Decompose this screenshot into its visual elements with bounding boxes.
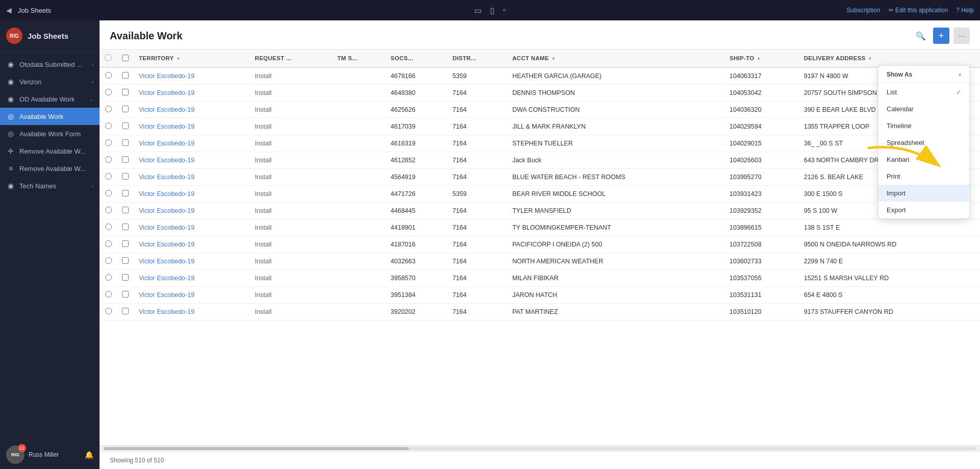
row-checkbox[interactable] [117, 186, 134, 203]
ship-to-cell: 103931423 [724, 186, 799, 203]
row-checkbox[interactable] [117, 219, 134, 236]
sidebar-item-available-work[interactable]: ◎ Available Work [0, 108, 100, 125]
subscription-link[interactable]: Subscription [847, 7, 880, 14]
row-radio[interactable] [100, 203, 117, 219]
sidebar-item-label: Tech Names [19, 182, 92, 190]
sidebar-item-remove-available-w1[interactable]: ✛ Remove Available W... [0, 142, 100, 160]
checkbox-col-header[interactable] [117, 50, 134, 67]
dropdown-item-label: Spreadsheet [887, 139, 924, 146]
dropdown-item-calendar[interactable]: Calendar [878, 101, 969, 117]
row-radio[interactable] [100, 287, 117, 304]
ship-to-cell: 103929352 [724, 203, 799, 219]
row-radio[interactable] [100, 135, 117, 152]
row-radio[interactable] [100, 219, 117, 236]
socs-cell: 4564919 [385, 169, 447, 186]
territory-cell[interactable]: Victor Escobedo-19 [134, 169, 250, 186]
distr-col-header: DISTR... [447, 50, 507, 67]
dropdown-item-timeline[interactable]: Timeline [878, 117, 969, 134]
territory-cell[interactable]: Victor Escobedo-19 [134, 236, 250, 253]
dropdown-item-label: Export [887, 206, 906, 214]
row-checkbox[interactable] [117, 85, 134, 102]
row-checkbox[interactable] [117, 270, 134, 287]
back-button[interactable]: ◀ [6, 6, 12, 14]
row-radio[interactable] [100, 270, 117, 287]
territory-cell[interactable]: Victor Escobedo-19 [134, 270, 250, 287]
request-type-cell: Install [250, 186, 332, 203]
distr-cell: 7164 [447, 304, 507, 320]
row-checkbox[interactable] [117, 169, 134, 186]
dropdown-item-export[interactable]: Export [878, 202, 969, 218]
request-type-col-header: REQUEST ... [250, 50, 332, 67]
sidebar-item-remove-available-w2[interactable]: ≡ Remove Available W... [0, 160, 100, 177]
row-checkbox[interactable] [117, 304, 134, 320]
table-row: Victor Escobedo-19 Install 4678166 5359 … [100, 67, 980, 85]
more-options-button[interactable]: ··· [953, 28, 970, 44]
territory-cell[interactable]: Victor Escobedo-19 [134, 287, 250, 304]
delivery-address-cell: 9500 N ONEIDA NARROWS RD [799, 236, 980, 253]
mobile-icon[interactable]: ▫ [503, 6, 506, 15]
chevron-icon: › [92, 183, 93, 189]
tms-cell [332, 236, 385, 253]
bell-icon[interactable]: 🔔 [85, 451, 93, 459]
territory-cell[interactable]: Victor Escobedo-19 [134, 118, 250, 135]
row-radio[interactable] [100, 118, 117, 135]
territory-cell[interactable]: Victor Escobedo-19 [134, 102, 250, 118]
ship-to-cell: 104053042 [724, 85, 799, 102]
search-button[interactable]: 🔍 [913, 28, 929, 44]
territory-cell[interactable]: Victor Escobedo-19 [134, 135, 250, 152]
remove-w2-icon: ≡ [6, 164, 15, 172]
row-radio[interactable] [100, 152, 117, 169]
ship-to-cell: 103602733 [724, 253, 799, 270]
sidebar-item-od-available-work[interactable]: ◉ OD Available Work ⌄ [0, 90, 100, 108]
territory-cell[interactable]: Victor Escobedo-19 [134, 304, 250, 320]
row-checkbox[interactable] [117, 67, 134, 85]
row-checkbox[interactable] [117, 135, 134, 152]
scroll-thumb[interactable] [104, 447, 409, 450]
row-radio[interactable] [100, 186, 117, 203]
row-checkbox[interactable] [117, 102, 134, 118]
edit-application-link[interactable]: ✏ Edit this application [889, 7, 948, 14]
dropdown-item-label: Timeline [887, 122, 912, 130]
row-radio[interactable] [100, 102, 117, 118]
row-radio[interactable] [100, 253, 117, 270]
sidebar-item-verizon[interactable]: ◉ Verizon › [0, 73, 100, 90]
territory-col-header[interactable]: TERRITORY ▾ [134, 50, 250, 67]
row-checkbox[interactable] [117, 203, 134, 219]
territory-cell[interactable]: Victor Escobedo-19 [134, 253, 250, 270]
dropdown-item-import[interactable]: Import [878, 185, 969, 202]
dropdown-item-kanban[interactable]: Kanban [878, 151, 969, 168]
row-checkbox[interactable] [117, 236, 134, 253]
row-radio[interactable] [100, 67, 117, 85]
sidebar-item-available-work-form[interactable]: ◎ Available Work Form [0, 125, 100, 142]
territory-cell[interactable]: Victor Escobedo-19 [134, 67, 250, 85]
row-radio[interactable] [100, 85, 117, 102]
desktop-icon[interactable]: ▭ [474, 6, 482, 15]
row-checkbox[interactable] [117, 253, 134, 270]
distr-cell: 7164 [447, 287, 507, 304]
ship-to-col-header[interactable]: SHIP-TO ▾ [724, 50, 799, 67]
show-as-dropdown: Show As ▾ List✓CalendarTimelineSpreadshe… [878, 65, 970, 219]
dropdown-item-spreadsheet[interactable]: Spreadsheet [878, 134, 969, 151]
dropdown-item-print[interactable]: Print [878, 168, 969, 185]
row-radio[interactable] [100, 304, 117, 320]
territory-cell[interactable]: Victor Escobedo-19 [134, 219, 250, 236]
topbar-right-actions: Subscription ✏ Edit this application ? H… [847, 7, 974, 14]
row-checkbox[interactable] [117, 287, 134, 304]
help-link[interactable]: ? Help [956, 7, 974, 14]
row-radio[interactable] [100, 169, 117, 186]
row-checkbox[interactable] [117, 118, 134, 135]
row-radio[interactable] [100, 236, 117, 253]
delivery-address-col-header[interactable]: DELIVERY ADDRESS ▾ [799, 50, 980, 67]
dropdown-item-list[interactable]: List✓ [878, 84, 969, 101]
add-button[interactable]: + [933, 28, 949, 44]
horizontal-scrollbar[interactable] [100, 445, 980, 451]
row-checkbox[interactable] [117, 152, 134, 169]
territory-cell[interactable]: Victor Escobedo-19 [134, 186, 250, 203]
tablet-icon[interactable]: ▯ [490, 6, 495, 15]
sidebar-item-tech-names[interactable]: ◉ Tech Names › [0, 177, 100, 194]
territory-cell[interactable]: Victor Escobedo-19 [134, 152, 250, 169]
acct-name-col-header[interactable]: ACCT NAME ▾ [507, 50, 725, 67]
territory-cell[interactable]: Victor Escobedo-19 [134, 203, 250, 219]
sidebar-item-otodata[interactable]: ◉ Otodata Submitted ... › [0, 56, 100, 73]
territory-cell[interactable]: Victor Escobedo-19 [134, 85, 250, 102]
